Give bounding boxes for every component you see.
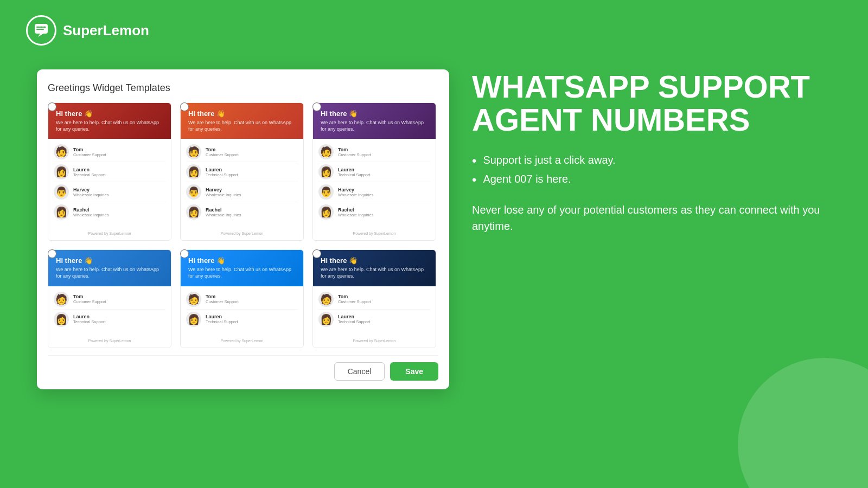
agent-row: 🧑 Tom Customer Support	[54, 142, 165, 162]
agent-row: 🧑 Tom Customer Support	[186, 142, 298, 162]
agent-row: 👩 Rachel Wholesale Inquiries	[54, 202, 165, 222]
banner-title-1: Hi there 👋	[56, 110, 163, 118]
agent-row: 👨 Harvey Wholesale Inquiries	[186, 182, 298, 202]
agent-row: 🧑 Tom Customer Support	[318, 290, 430, 310]
card-footer-1: Powered by SuperLemon	[48, 225, 171, 240]
template-grid-wrapper[interactable]: Hi there 👋 We are here to help. Chat wit…	[48, 102, 438, 353]
agent-row: 👩 Lauren Technical Support	[54, 310, 165, 329]
banner-title-3: Hi there 👋	[321, 110, 428, 118]
right-content: WHATSAPP SUPPORT AGENT NUMBERS Support i…	[472, 70, 830, 234]
agent-info: Rachel Wholesale Inquiries	[338, 207, 430, 217]
card-footer-6: Powered by SuperLemon	[313, 332, 436, 348]
card-banner-2: Hi there 👋 We are here to help. Chat wit…	[181, 103, 303, 139]
template-item-5[interactable]: Hi there 👋 We are here to help. Chat wit…	[180, 249, 304, 348]
bullet-item-2: Agent 007 is here.	[472, 173, 830, 187]
cancel-button[interactable]: Cancel	[334, 362, 385, 381]
avatar: 🧑	[186, 292, 201, 307]
agent-info: Harvey Wholesale Inquiries	[206, 187, 298, 197]
avatar: 👩	[186, 204, 201, 220]
bg-decoration	[738, 358, 868, 488]
template-card-1: Hi there 👋 We are here to help. Chat wit…	[48, 102, 171, 241]
avatar: 👩	[54, 312, 69, 327]
description-text: Never lose any of your potential custome…	[472, 202, 830, 234]
svg-point-3	[41, 27, 42, 28]
agent-info: Harvey Wholesale Inquiries	[73, 187, 165, 197]
save-button[interactable]: Save	[390, 362, 438, 381]
agent-info: Lauren Technical Support	[206, 167, 298, 177]
agent-info: Tom Customer Support	[73, 147, 165, 157]
card-banner-3: Hi there 👋 We are here to help. Chat wit…	[313, 103, 436, 139]
avatar: 🧑	[318, 292, 334, 307]
modal-footer: Cancel Save	[48, 355, 438, 389]
agent-info: Tom Customer Support	[206, 147, 298, 157]
header: SuperLemon	[26, 15, 149, 46]
template-item-1[interactable]: Hi there 👋 We are here to help. Chat wit…	[48, 102, 171, 241]
avatar: 🧑	[186, 144, 201, 159]
modal-dialog: Greetings Widget Templates Hi there 👋 We…	[37, 69, 449, 389]
agent-info: Tom Customer Support	[338, 294, 430, 304]
agent-row: 👩 Rachel Wholesale Inquiries	[186, 202, 298, 222]
agent-info: Lauren Technical Support	[206, 314, 298, 324]
card-footer-5: Powered by SuperLemon	[181, 332, 303, 348]
card-footer-3: Powered by SuperLemon	[313, 225, 436, 240]
agent-info: Lauren Technical Support	[338, 167, 430, 177]
avatar: 👨	[54, 184, 69, 200]
template-radio-5[interactable]	[180, 249, 189, 258]
banner-subtitle-6: We are here to help. Chat with us on Wha…	[321, 267, 428, 279]
agent-list-4: 🧑 Tom Customer Support 👩 Lauren Technica…	[48, 286, 171, 332]
template-grid: Hi there 👋 We are here to help. Chat wit…	[48, 102, 436, 353]
card-banner-5: Hi there 👋 We are here to help. Chat wit…	[181, 250, 303, 286]
modal-title: Greetings Widget Templates	[48, 82, 438, 94]
logo-icon	[26, 15, 56, 46]
agent-row: 👩 Lauren Technical Support	[318, 310, 430, 329]
avatar: 👩	[186, 312, 201, 327]
agent-row: 👩 Rachel Wholesale Inquiries	[318, 202, 430, 222]
svg-point-2	[37, 27, 39, 28]
agent-row: 🧑 Tom Customer Support	[318, 142, 430, 162]
template-item-4[interactable]: Hi there 👋 We are here to help. Chat wit…	[48, 249, 171, 348]
template-item-2[interactable]: Hi there 👋 We are here to help. Chat wit…	[180, 102, 304, 241]
main-headline: WHATSAPP SUPPORT AGENT NUMBERS	[472, 70, 830, 137]
template-card-6: Hi there 👋 We are here to help. Chat wit…	[312, 249, 436, 348]
template-radio-3[interactable]	[312, 102, 321, 111]
banner-subtitle-3: We are here to help. Chat with us on Wha…	[321, 120, 428, 132]
brand-name: SuperLemon	[63, 22, 149, 39]
avatar: 🧑	[318, 144, 334, 159]
agent-row: 👩 Lauren Technical Support	[186, 310, 298, 329]
avatar: 👩	[186, 164, 201, 179]
avatar: 👩	[54, 164, 69, 179]
card-footer-2: Powered by SuperLemon	[181, 225, 303, 240]
agent-info: Lauren Technical Support	[73, 167, 165, 177]
agent-info: Harvey Wholesale Inquiries	[338, 187, 430, 197]
svg-point-4	[44, 27, 46, 28]
avatar: 👩	[318, 204, 334, 220]
agent-row: 🧑 Tom Customer Support	[186, 290, 298, 310]
agent-list-1: 🧑 Tom Customer Support 👩 Lauren Technica…	[48, 139, 171, 225]
banner-subtitle-5: We are here to help. Chat with us on Wha…	[188, 267, 296, 279]
agent-list-5: 🧑 Tom Customer Support 👩 Lauren Technica…	[181, 286, 303, 332]
avatar: 👩	[54, 204, 69, 220]
template-radio-6[interactable]	[312, 249, 321, 258]
avatar: 👨	[186, 184, 201, 200]
avatar: 👩	[318, 164, 334, 179]
template-card-5: Hi there 👋 We are here to help. Chat wit…	[180, 249, 304, 348]
card-footer-4: Powered by SuperLemon	[48, 332, 171, 348]
template-radio-1[interactable]	[48, 102, 56, 111]
avatar: 🧑	[54, 292, 69, 307]
avatar: 👩	[318, 312, 334, 327]
template-item-3[interactable]: Hi there 👋 We are here to help. Chat wit…	[312, 102, 436, 241]
agent-info: Rachel Wholesale Inquiries	[206, 207, 298, 217]
banner-title-6: Hi there 👋	[321, 256, 428, 265]
template-radio-4[interactable]	[48, 249, 56, 258]
template-item-6[interactable]: Hi there 👋 We are here to help. Chat wit…	[312, 249, 436, 348]
agent-list-6: 🧑 Tom Customer Support 👩 Lauren Technica…	[313, 286, 436, 332]
card-banner-6: Hi there 👋 We are here to help. Chat wit…	[313, 250, 436, 286]
agent-row: 👨 Harvey Wholesale Inquiries	[318, 182, 430, 202]
agent-list-3: 🧑 Tom Customer Support 👩 Lauren Technica…	[313, 139, 436, 225]
card-banner-1: Hi there 👋 We are here to help. Chat wit…	[48, 103, 171, 139]
template-card-4: Hi there 👋 We are here to help. Chat wit…	[48, 249, 171, 348]
agent-row: 👨 Harvey Wholesale Inquiries	[54, 182, 165, 202]
agent-info: Lauren Technical Support	[73, 314, 165, 324]
template-radio-2[interactable]	[180, 102, 189, 111]
agent-info: Tom Customer Support	[206, 294, 298, 304]
